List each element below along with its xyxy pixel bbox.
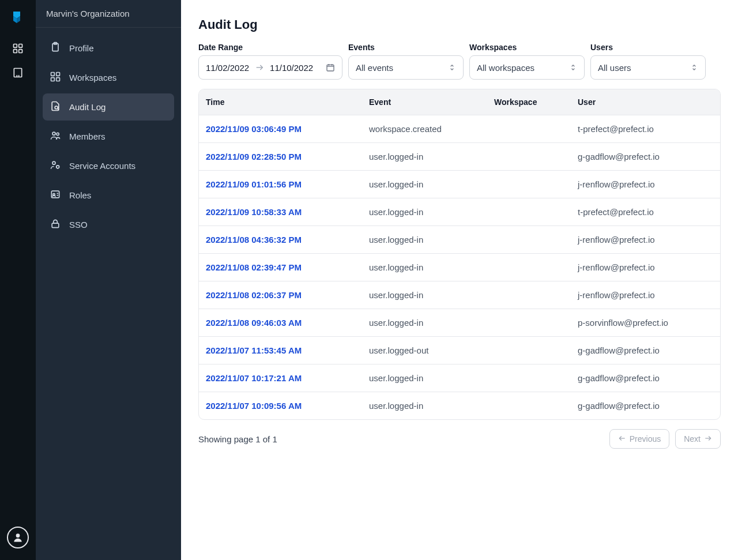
audit-log-icon [50, 100, 61, 114]
clipboard-icon [50, 42, 61, 55]
date-range-picker[interactable]: 11/02/2022 11/10/2022 [198, 55, 342, 80]
cell-time[interactable]: 2022/11/09 02:28:50 PM [206, 152, 369, 161]
sidebar-item-label: Roles [69, 190, 91, 200]
user-avatar-button[interactable] [7, 527, 29, 548]
svg-rect-29 [327, 65, 334, 71]
cell-workspace [494, 124, 578, 134]
svg-rect-27 [52, 223, 59, 228]
rail-dashboard-icon[interactable] [12, 43, 24, 54]
cell-user: j-renflow@prefect.io [578, 235, 713, 245]
workspaces-select[interactable]: All workspaces [469, 55, 585, 80]
next-button[interactable]: Next [675, 429, 721, 449]
cell-user: g-gadflow@prefect.io [578, 401, 713, 411]
sidebar-item-label: Workspaces [69, 73, 116, 82]
cell-user: t-prefect@prefect.io [578, 207, 713, 217]
th-user: User [578, 97, 713, 107]
cell-user: g-gadflow@prefect.io [578, 152, 713, 161]
table-row: 2022/11/08 02:39:47 PMuser.logged-inj-re… [199, 254, 720, 281]
table-row: 2022/11/07 11:53:45 AMuser.logged-outg-g… [199, 337, 720, 364]
svg-rect-4 [14, 69, 21, 77]
sidebar-item-label: SSO [69, 220, 88, 230]
filter-label-date-range: Date Range [198, 43, 342, 52]
th-workspace: Workspace [494, 97, 578, 107]
filter-label-events: Events [348, 43, 464, 52]
table-row: 2022/11/09 01:01:56 PMuser.logged-inj-re… [199, 171, 720, 198]
grid-icon [50, 71, 61, 84]
cell-event: user.logged-in [369, 207, 494, 217]
cell-time[interactable]: 2022/11/09 03:06:49 PM [206, 124, 369, 134]
cell-time[interactable]: 2022/11/07 10:09:56 AM [206, 401, 369, 411]
rail-organization-icon[interactable] [12, 67, 24, 78]
filter-label-users: Users [590, 43, 706, 52]
cell-workspace [494, 207, 578, 217]
sidebar-item-audit-log[interactable]: Audit Log [43, 93, 174, 121]
table-row: 2022/11/08 04:36:32 PMuser.logged-inj-re… [199, 226, 720, 254]
roles-icon [50, 189, 61, 202]
cell-workspace [494, 345, 578, 355]
cell-time[interactable]: 2022/11/08 02:39:47 PM [206, 262, 369, 272]
sidebar-item-members[interactable]: Members [43, 123, 174, 150]
chevron-up-down-icon [569, 63, 577, 72]
table-row: 2022/11/09 02:28:50 PMuser.logged-ing-ga… [199, 143, 720, 171]
chevron-up-down-icon [448, 63, 456, 72]
cell-user: g-gadflow@prefect.io [578, 345, 713, 355]
users-select[interactable]: All users [590, 55, 706, 80]
cell-time[interactable]: 2022/11/08 09:46:03 AM [206, 318, 369, 328]
table-footer: Showing page 1 of 1 Previous Next [198, 429, 721, 449]
audit-log-table: Time Event Workspace User 2022/11/09 03:… [198, 89, 721, 420]
cell-event: user.logged-in [369, 179, 494, 189]
cell-time[interactable]: 2022/11/07 11:53:45 AM [206, 345, 369, 355]
sidebar-item-sso[interactable]: SSO [43, 211, 174, 238]
sidebar: Marvin's Organization Profile Workspaces… [36, 0, 181, 560]
sidebar-item-label: Audit Log [69, 102, 106, 112]
cell-event: user.logged-out [369, 345, 494, 355]
previous-label: Previous [630, 434, 661, 444]
th-event: Event [369, 97, 494, 107]
arrow-right-icon [704, 434, 712, 444]
sidebar-item-profile[interactable]: Profile [43, 35, 174, 62]
cell-workspace [494, 262, 578, 272]
table-row: 2022/11/07 10:09:56 AMuser.logged-ing-ga… [199, 392, 720, 419]
previous-button[interactable]: Previous [609, 429, 669, 449]
svg-point-20 [57, 133, 59, 135]
calendar-icon [326, 63, 335, 72]
cell-event: user.logged-in [369, 401, 494, 411]
page-title: Audit Log [198, 17, 721, 32]
cell-event: user.logged-in [369, 262, 494, 272]
table-row: 2022/11/09 03:06:49 PMworkspace.createdt… [199, 115, 720, 143]
arrow-right-icon [255, 63, 264, 72]
select-value: All users [598, 63, 631, 73]
date-range-start: 11/02/2022 [206, 63, 249, 73]
svg-rect-2 [14, 50, 17, 53]
date-range-end: 11/10/2022 [270, 63, 313, 73]
cell-event: user.logged-in [369, 235, 494, 245]
cell-time[interactable]: 2022/11/08 02:06:37 PM [206, 290, 369, 300]
sidebar-item-workspaces[interactable]: Workspaces [43, 64, 174, 91]
svg-rect-17 [57, 78, 60, 81]
cell-workspace [494, 235, 578, 245]
svg-rect-15 [57, 73, 60, 76]
table-row: 2022/11/08 09:46:03 AMuser.logged-inp-so… [199, 309, 720, 337]
cell-time[interactable]: 2022/11/07 10:17:21 AM [206, 373, 369, 383]
main-content: Audit Log Date Range 11/02/2022 11/10/20… [181, 0, 738, 560]
select-value: All events [356, 63, 393, 73]
cell-user: g-gadflow@prefect.io [578, 373, 713, 383]
org-name: Marvin's Organization [36, 0, 181, 28]
cell-user: p-sorvinflow@prefect.io [578, 318, 713, 328]
cell-time[interactable]: 2022/11/09 01:01:56 PM [206, 179, 369, 189]
table-row: 2022/11/09 10:58:33 AMuser.logged-int-pr… [199, 198, 720, 226]
svg-point-18 [55, 106, 58, 109]
events-select[interactable]: All events [348, 55, 464, 80]
svg-rect-3 [19, 50, 22, 53]
cell-time[interactable]: 2022/11/08 04:36:32 PM [206, 235, 369, 245]
cell-event: user.logged-in [369, 290, 494, 300]
cell-time[interactable]: 2022/11/09 10:58:33 AM [206, 207, 369, 217]
cell-workspace [494, 152, 578, 161]
cell-workspace [494, 179, 578, 189]
sidebar-item-roles[interactable]: Roles [43, 182, 174, 209]
cell-workspace [494, 290, 578, 300]
app-logo[interactable] [10, 10, 26, 27]
app-icon-rail [0, 0, 36, 560]
pagination-info: Showing page 1 of 1 [198, 434, 277, 444]
sidebar-item-service-accounts[interactable]: Service Accounts [43, 152, 174, 179]
